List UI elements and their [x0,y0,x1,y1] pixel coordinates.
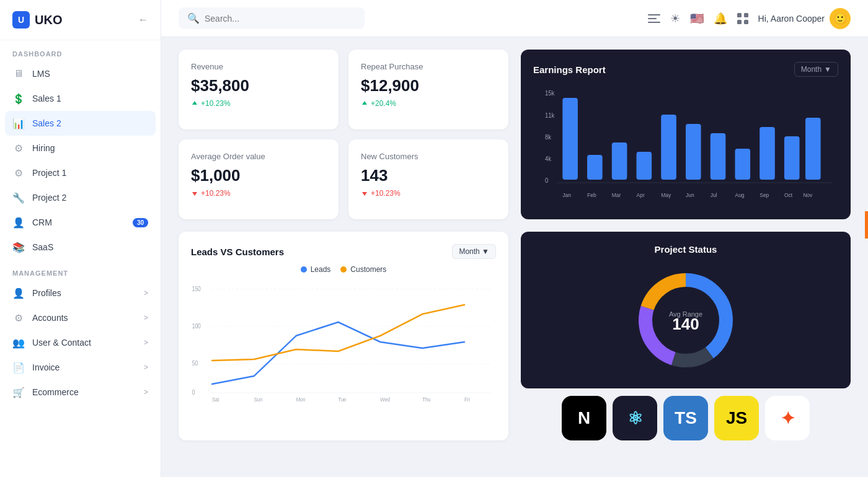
chart-legend: Leads Customers [191,265,496,274]
saas-icon: 📚 [12,241,25,253]
stat-card-avg-order: Average Order value $1,000 +10.23% [179,139,339,219]
card-label: Revenue [191,62,326,71]
chevron-icon: > [144,388,148,396]
bell-icon: 🔔 [714,12,727,25]
user-contact-icon: 👥 [12,336,25,349]
svg-text:Sun: Sun [254,396,263,403]
sidebar-item-user-contact[interactable]: 👥 User & Contact > [0,330,161,355]
svg-text:Tue: Tue [339,396,347,403]
sidebar-item-saas[interactable]: 📚 SaaS [0,235,161,260]
tech-icon-javascript: JS [714,396,759,440]
chevron-icon: > [144,338,148,347]
sidebar-item-label: LMS [32,69,50,79]
earnings-title: Earnings Report [533,64,606,75]
earnings-header: Earnings Report Month ▼ [533,62,838,77]
sidebar-item-sales1[interactable]: 💲 Sales 1 [0,86,161,111]
donut-chart: Avg Range 140 [630,265,742,376]
theme-toggle-btn[interactable]: ☀ [670,12,680,25]
svg-rect-22 [805,118,821,180]
svg-text:11k: 11k [545,112,554,119]
card-change: +10.23% [191,189,326,198]
svg-rect-0 [648,14,660,15]
svg-rect-5 [737,20,742,24]
sidebar-item-label: Ecommerce [32,387,79,397]
app-name: UKO [35,13,62,27]
earnings-card: Earnings Report Month ▼ 15k 11k 8k 4k 0 [521,50,851,219]
svg-rect-18 [711,133,726,180]
notifications-btn[interactable]: 🔔 [714,12,727,25]
collapse-button[interactable]: ← [138,14,148,25]
layouts-tab[interactable]: Layouts [866,211,868,239]
svg-text:Aug: Aug [735,192,744,198]
svg-text:4k: 4k [545,155,551,162]
sidebar-item-hiring[interactable]: ⚙ Hiring [0,136,161,160]
earnings-period-btn[interactable]: Month ▼ [794,62,838,77]
svg-text:Mar: Mar [612,192,621,198]
search-input[interactable] [205,14,356,24]
sidebar-item-lms[interactable]: 🖥 LMS [0,61,161,86]
flag-btn[interactable]: 🇺🇸 [690,12,704,25]
sidebar-item-profiles[interactable]: 👤 Profiles > [0,281,161,305]
leads-line-chart: 150 100 50 0 Sat [191,280,496,404]
sidebar-item-label: Hiring [32,143,55,153]
user-info: Hi, Aaron Cooper 🙂 [758,8,851,29]
sidebar-section-management: MANAGEMENT 👤 Profiles > ⚙ Accounts > 👥 U… [0,260,161,405]
sidebar-sections: DASHBOARD 🖥 LMS 💲 Sales 1 📊 Sales 2 ⚙ Hi… [0,40,161,405]
sidebar-item-label: User & Contact [32,338,91,348]
sales1-icon: 💲 [12,92,25,105]
legend-leads: Leads [301,265,331,274]
donut-chart-wrapper: Avg Range 140 [533,265,838,376]
stat-card-repeat-purchase: Repeat Purchase $12,900 +20.4% [348,50,508,129]
chevron-icon: > [144,313,148,322]
tech-icon-nextjs: N [562,396,606,440]
sidebar-item-accounts[interactable]: ⚙ Accounts > [0,305,161,330]
sidebar: U UKO ← DASHBOARD 🖥 LMS 💲 Sales 1 📊 Sale… [0,0,161,477]
stat-cards: Revenue $35,800 +10.23% Repeat Purchase … [179,50,508,219]
right-bottom: Project Status [521,232,851,440]
svg-text:Jan: Jan [562,192,571,198]
sidebar-item-project2[interactable]: 🔧 Project 2 [0,185,161,210]
svg-text:Fri: Fri [464,396,470,403]
sidebar-item-invoice[interactable]: 📄 Invoice > [0,355,161,380]
card-change: +20.4% [361,99,496,108]
sales2-icon: 📊 [12,117,25,129]
svg-text:140: 140 [672,315,699,333]
svg-text:50: 50 [192,360,198,367]
svg-text:Feb: Feb [587,192,596,198]
search-icon: 🔍 [187,12,200,24]
sidebar-section-label: DASHBOARD [0,40,161,61]
legend-leads-label: Leads [311,265,331,274]
svg-rect-1 [648,18,657,19]
sidebar-item-ecommerce[interactable]: 🛒 Ecommerce > [0,380,161,405]
legend-customers: Customers [340,265,386,274]
sidebar-item-project1[interactable]: ⚙ Project 1 [0,160,161,185]
card-change: +10.23% [361,189,496,198]
leads-header: Leads VS Customers Month ▼ [191,244,496,259]
crm-badge: 30 [133,218,148,227]
project1-icon: ⚙ [12,167,25,179]
leads-chart: 150 100 50 0 Sat [191,280,496,406]
sun-icon: ☀ [670,12,680,25]
svg-rect-13 [587,155,603,180]
svg-text:15k: 15k [545,90,554,97]
search-bar[interactable]: 🔍 [179,7,365,29]
lms-icon: 🖥 [12,68,25,80]
stat-card-revenue: Revenue $35,800 +10.23% [179,50,339,129]
leads-period-btn[interactable]: Month ▼ [452,244,496,259]
sidebar-item-label: Sales 2 [32,118,61,128]
header: 🔍 ☀ 🇺🇸 🔔 [161,0,868,37]
earnings-chart: 15k 11k 8k 4k 0 [533,87,838,207]
svg-text:Jul: Jul [711,192,717,198]
sidebar-item-label: Project 1 [32,168,66,178]
grid-btn[interactable] [737,13,748,24]
sidebar-item-crm[interactable]: 👤 CRM 30 [0,210,161,235]
logo: U UKO [12,11,62,28]
profiles-icon: 👤 [12,287,25,299]
menu-icon-btn[interactable] [648,12,660,25]
sidebar-section-label: MANAGEMENT [0,260,161,281]
main-area: 🔍 ☀ 🇺🇸 🔔 [161,0,868,477]
sidebar-item-label: CRM [32,217,52,227]
sidebar-item-sales2[interactable]: 📊 Sales 2 [5,111,156,136]
svg-text:8k: 8k [545,134,551,141]
header-actions: ☀ 🇺🇸 🔔 Hi, Aaron Cooper 🙂 [648,8,851,29]
